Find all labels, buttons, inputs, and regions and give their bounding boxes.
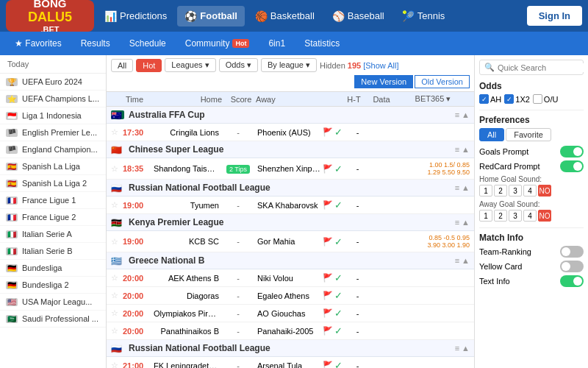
sidebar-item-uefa-euro[interactable]: 🏆 UEFA Euro 2024 [0,74,106,91]
nav-basketball[interactable]: 🏀 Basketball [248,6,322,26]
goals-prompt-toggle[interactable] [560,146,584,158]
match-away: AO Giouchas [253,309,323,318]
away-sound-4[interactable]: 4 [523,210,537,222]
pref-tab-favorite[interactable]: Favorite [506,128,551,141]
nav-predictions[interactable]: 📊 Predictions [97,6,174,26]
sidebar-item-ligue1[interactable]: 🇫🇷 France Ligue 1 [0,192,106,209]
favorite-star[interactable]: ☆ [111,164,123,174]
sidebar-item-ligue2[interactable]: 🇫🇷 France Ligue 2 [0,209,106,226]
col-time-header: Time [126,95,159,104]
match-time: 17:30 [123,128,154,137]
home-sound-4[interactable]: 4 [523,185,537,197]
favorite-star[interactable]: ☆ [111,273,123,283]
sidebar-flag: 🏴 [6,129,18,137]
filter-hot[interactable]: Hot [136,59,162,72]
ah-label: AH [490,95,501,104]
league-name-greece: Greece National B [129,255,455,266]
1x2-checkbox[interactable]: ✓ [504,94,514,104]
away-sound-1[interactable]: 1 [479,210,492,222]
match-row: ☆ 19:00 Tyumen - SKA Khabarovsk 🚩✓ - [107,197,474,214]
search-input[interactable] [498,63,588,72]
matches-list: 🇦🇺 Australia FFA Cup ≡▲ ☆ 17:30 Cringila… [107,107,474,368]
match-time: 20:00 [123,274,154,283]
yellow-card-toggle[interactable] [560,261,584,272]
col-home-header: Home [159,95,226,104]
team-ranking-toggle[interactable] [560,246,584,258]
match-score: - [223,237,253,246]
old-version-btn[interactable]: Old Version [415,75,470,88]
favorite-star[interactable]: ☆ [111,200,123,210]
match-flags: 🚩✓ [323,236,345,247]
nav-statistics[interactable]: Statistics [295,35,348,52]
ah-checkbox[interactable]: ✓ [479,94,489,104]
sign-in-button[interactable]: Sign In [527,6,582,26]
match-score: - [223,361,253,369]
yellow-card-row: Yellow Card [479,261,584,272]
favorite-star[interactable]: ☆ [111,308,123,318]
sidebar-item-premier[interactable]: 🏴 English Premier Le... [0,124,106,141]
sidebar-item-serieb[interactable]: 🇮🇹 Italian Serie B [0,243,106,260]
league-header-russia1[interactable]: 🇷🇺 Russian National Football League ≡▲ [107,180,474,197]
away-sound-2[interactable]: 2 [494,210,507,222]
filter-odds[interactable]: Odds ▾ [219,58,258,72]
league-header-russia2[interactable]: 🇷🇺 Russian National Football League ≡▲ [107,340,474,357]
home-sound-no[interactable]: NO [538,185,551,197]
yellow-card-label: Yellow Card [479,262,522,271]
nav-schedule[interactable]: Schedule [121,35,175,52]
nav-football[interactable]: ⚽ Football [177,6,245,26]
nav-results[interactable]: Results [72,35,119,52]
favorite-star[interactable]: ☆ [111,326,123,336]
favorite-star[interactable]: ☆ [111,291,123,300]
show-all-link[interactable]: [Show All] [363,61,398,70]
nav-baseball[interactable]: ⚾ Baseball [325,6,392,26]
sidebar-item-laliga2[interactable]: 🇪🇸 Spanish La Liga 2 [0,175,106,192]
league-header-kenya[interactable]: 🇰🇪 Kenya Premier League ≡▲ [107,214,474,231]
sidebar-item-champions[interactable]: ⭐ UEFA Champions L... [0,91,106,107]
pref-tab-all[interactable]: All [479,128,504,141]
home-sound-2[interactable]: 2 [494,185,507,197]
filter-by-league[interactable]: By league ▾ [261,58,317,72]
sidebar-item-bundesliga[interactable]: 🇩🇪 Bundesliga [0,260,106,277]
home-sound-3[interactable]: 3 [509,185,522,197]
home-sound-1[interactable]: 1 [479,185,492,197]
redcard-prompt-toggle[interactable] [560,160,584,172]
favorite-star[interactable]: ☆ [111,127,123,137]
pref-tabs: All Favorite [479,128,584,141]
nav-tennis[interactable]: 🎾 Tennis [395,6,453,26]
league-name-russia2: Russian National Football League [129,343,455,353]
sidebar-item-bundesliga2[interactable]: 🇩🇪 Bundesliga 2 [0,277,106,294]
nav-6in1[interactable]: 6in1 [259,35,294,52]
sidebar-flag: 🇮🇩 [6,112,18,120]
match-info-section: Match Info Team-Ranking Yellow Card Text… [479,233,584,287]
sidebar-item-laliga[interactable]: 🇪🇸 Spanish La Liga [0,158,106,175]
filter-all[interactable]: All [111,59,133,72]
filter-leagues[interactable]: Leagues ▾ [165,58,215,72]
match-away: Egaleo Athens [253,291,323,300]
match-time: 20:00 [123,309,154,318]
favorite-star[interactable]: ☆ [111,361,123,368]
ou-checkbox[interactable] [533,94,542,104]
match-time: 20:00 [123,327,154,336]
text-info-toggle[interactable] [560,275,584,287]
sidebar-item-mls[interactable]: 🇺🇸 USA Major Leagu... [0,294,106,311]
home-sound-buttons: 1 2 3 4 NO [479,185,584,197]
away-sound-no[interactable]: NO [538,210,551,222]
new-version-btn[interactable]: New Version [354,75,413,88]
sidebar-item-saudi[interactable]: 🇸🇦 Saudi Professional ... [0,311,106,328]
sidebar-today: Today [0,55,106,74]
away-sound-3[interactable]: 3 [509,210,522,222]
league-name-kenya: Kenya Premier League [129,217,455,227]
nav-community[interactable]: Community Hot [176,35,259,52]
league-header-australia[interactable]: 🇦🇺 Australia FFA Cup ≡▲ [107,107,474,124]
sidebar-item-england-champ[interactable]: 🏴 England Champion... [0,141,106,158]
match-score: - [223,274,253,283]
league-header-china[interactable]: 🇨🇳 Chinese Super League ≡▲ [107,141,474,158]
sidebar-item-liga1[interactable]: 🇮🇩 Liga 1 Indonesia [0,107,106,124]
sidebar-flag: 🇸🇦 [6,315,18,323]
nav-favorites[interactable]: ★ Favorites [6,35,71,52]
favorite-star[interactable]: ☆ [111,237,123,247]
match-flags: 🚩✓ [323,163,345,174]
league-header-greece[interactable]: 🇬🇷 Greece National B ≡▲ [107,252,474,269]
sidebar-item-seriea[interactable]: 🇮🇹 Italian Serie A [0,226,106,243]
col-data-header: Data [367,95,396,104]
